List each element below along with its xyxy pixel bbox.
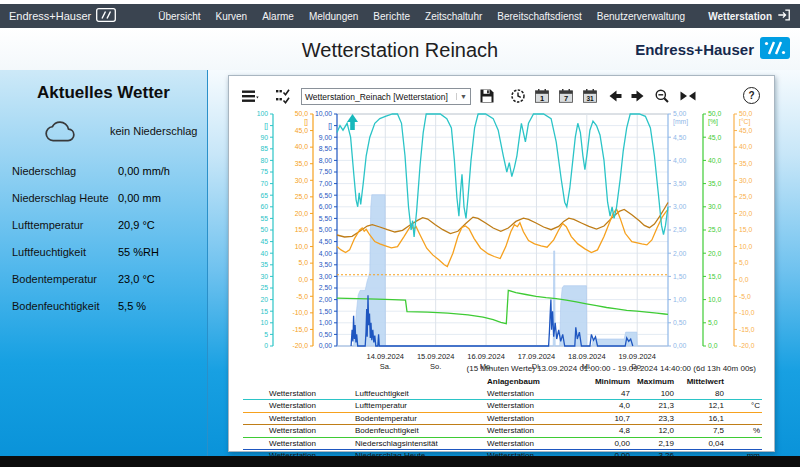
svg-text:4,00: 4,00: [673, 157, 686, 164]
save-icon[interactable]: [479, 88, 497, 106]
svg-text:15,0: 15,0: [295, 226, 308, 233]
col-mittelwert: Mittelwert: [674, 377, 724, 386]
svg-text:-10,0: -10,0: [739, 309, 755, 316]
svg-text:[mm]: [mm]: [673, 118, 688, 126]
pan-right-icon[interactable]: [630, 88, 648, 106]
svg-text:6,00: 6,00: [319, 203, 332, 210]
nav-item-berichte[interactable]: Berichte: [373, 11, 410, 22]
nav-user[interactable]: Wetterstation: [708, 8, 800, 24]
svg-text:5,00: 5,00: [319, 226, 332, 233]
svg-text:1,00: 1,00: [319, 319, 332, 326]
calendar-month-icon[interactable]: 31: [582, 88, 600, 106]
select-curves-icon[interactable]: [275, 88, 293, 106]
x-tick-date: 17.09.2024: [518, 352, 556, 361]
current-condition: kein Niederschlag: [0, 113, 207, 149]
svg-text:1: 1: [540, 94, 544, 103]
svg-text:2,00: 2,00: [319, 296, 332, 303]
weather-row: Niederschlag Heute0,00 mm: [0, 184, 207, 211]
nav-item-zeitschaltuhr[interactable]: Zeitschaltuhr: [425, 11, 482, 22]
x-tick-date: 19.09.2024: [618, 352, 656, 361]
weather-value: 20,9 °C: [118, 219, 155, 231]
compress-time-icon[interactable]: [679, 88, 697, 106]
svg-text:-5,0: -5,0: [739, 293, 751, 300]
footer-bar: [0, 456, 800, 467]
svg-text:[%]: [%]: [708, 118, 718, 126]
svg-text:[]: []: [304, 118, 308, 126]
weather-label: Niederschlag Heute: [12, 192, 118, 204]
svg-text:0,50: 0,50: [319, 331, 332, 338]
station-dropdown[interactable]: Wetterstation_Reinach [Wetterstation] ▼: [301, 88, 471, 105]
axis-niederschlag_heute_axis: 0,000,501,001,502,002,503,003,504,004,50…: [668, 110, 688, 349]
svg-text:35,0: 35,0: [708, 180, 721, 187]
svg-text:0,0: 0,0: [739, 276, 749, 283]
weather-value: 23,0 °C: [118, 273, 155, 285]
svg-text:35,0: 35,0: [295, 160, 308, 167]
station-dropdown-value: Wetterstation_Reinach [Wetterstation]: [305, 92, 448, 102]
svg-text:30,0: 30,0: [708, 203, 721, 210]
zoom-out-icon[interactable]: [654, 88, 672, 106]
legend-row-luftfeuchtigkeit[interactable]: WetterstationLuftfeuchtigkeitWetterstati…: [243, 388, 762, 401]
weather-label: Bodentemperatur: [12, 273, 118, 285]
svg-text:20,0: 20,0: [739, 210, 752, 217]
legend-row-bodentemperatur[interactable]: WetterstationBodentemperaturWetterstatio…: [243, 413, 762, 426]
menu-icon[interactable]: [241, 88, 259, 106]
svg-text:6,50: 6,50: [319, 192, 332, 199]
header-brand: Endress+Hauser: [635, 37, 790, 62]
svg-text:10: 10: [260, 319, 268, 326]
svg-text:30: 30: [260, 273, 268, 280]
svg-text:5,50: 5,50: [319, 215, 332, 222]
svg-text:0: 0: [264, 342, 268, 349]
series-niederschlagsintensit-t: [351, 295, 633, 346]
svg-text:-20,0: -20,0: [293, 342, 309, 349]
calendar-week-icon[interactable]: 7: [558, 88, 576, 106]
weather-value: 0,00 mm/h: [118, 165, 170, 177]
svg-text:7,50: 7,50: [319, 168, 332, 175]
trend-chart[interactable]: 14.09.2024Sa.15.09.2024So.16.09.2024Mo.1…: [229, 106, 776, 372]
svg-text:25: 25: [260, 284, 268, 291]
svg-text:3,00: 3,00: [319, 273, 332, 280]
legend-row-niederschlagsintensit-t[interactable]: WetterstationNiederschlagsintensitätWett…: [243, 438, 762, 451]
svg-text:[]: []: [264, 122, 268, 130]
axis-lufttemperatur_axis: -20,0-15,0-10,0-5,00,05,010,015,020,025,…: [293, 110, 314, 349]
nav-item-benutzerverwaltung[interactable]: Benutzerverwaltung: [597, 11, 685, 22]
nav-item--bersicht[interactable]: Übersicht: [158, 11, 200, 22]
pan-left-icon[interactable]: [607, 88, 625, 106]
svg-text:50: 50: [260, 226, 268, 233]
logout-icon[interactable]: [777, 8, 791, 24]
weather-row: Lufttemperatur20,9 °C: [0, 211, 207, 238]
svg-text:1,00: 1,00: [673, 296, 686, 303]
svg-text:25,0: 25,0: [708, 226, 721, 233]
svg-text:[°C]: [°C]: [739, 118, 751, 126]
nav-item-kurven[interactable]: Kurven: [216, 11, 248, 22]
svg-text:4,50: 4,50: [319, 238, 332, 245]
svg-text:-5,0: -5,0: [296, 293, 308, 300]
svg-text:25,0: 25,0: [295, 193, 308, 200]
calendar-day-icon[interactable]: 1: [534, 88, 552, 106]
nav-brand: Endress+Hauser: [0, 8, 116, 24]
nav-item-alarme[interactable]: Alarme: [262, 11, 294, 22]
content-area: Aktuelles Wetter kein Niederschlag Niede…: [0, 70, 800, 456]
legend-row-lufttemperatur[interactable]: WetterstationLufttemperaturWetterstation…: [243, 400, 762, 413]
weather-label: Luftfeuchtigkeit: [12, 246, 118, 258]
legend-row-bodenfeuchtigkeit[interactable]: WetterstationBodenfeuchtigkeitWetterstat…: [243, 425, 762, 438]
legend-table: Anlagenbaum Minimum Maximum Mittelwert W…: [243, 376, 762, 463]
col-minimum: Minimum: [574, 377, 630, 386]
svg-text:0,00: 0,00: [319, 342, 332, 349]
svg-text:2,50: 2,50: [319, 284, 332, 291]
help-icon[interactable]: ?: [743, 87, 760, 104]
svg-text:-15,0: -15,0: [739, 326, 755, 333]
nav-item-bereitschaftsdienst[interactable]: Bereitschaftsdienst: [497, 11, 582, 22]
svg-text:20,0: 20,0: [708, 250, 721, 257]
nav-item-meldungen[interactable]: Meldungen: [309, 11, 358, 22]
svg-text:3,50: 3,50: [673, 180, 686, 187]
time-range-icon[interactable]: [510, 88, 528, 106]
svg-text:1,50: 1,50: [319, 308, 332, 315]
endress-hauser-logo-icon: [760, 37, 790, 62]
svg-text:31: 31: [586, 95, 594, 102]
nav-items: ÜbersichtKurvenAlarmeMeldungenBerichteZe…: [158, 11, 692, 22]
top-nav: Endress+Hauser ÜbersichtKurvenAlarmeMeld…: [0, 4, 800, 28]
svg-text:30,0: 30,0: [739, 177, 752, 184]
endress-hauser-logo-icon: [96, 8, 116, 24]
weather-value: 0,00 mm: [118, 192, 161, 204]
weather-row: Bodentemperatur23,0 °C: [0, 265, 207, 292]
